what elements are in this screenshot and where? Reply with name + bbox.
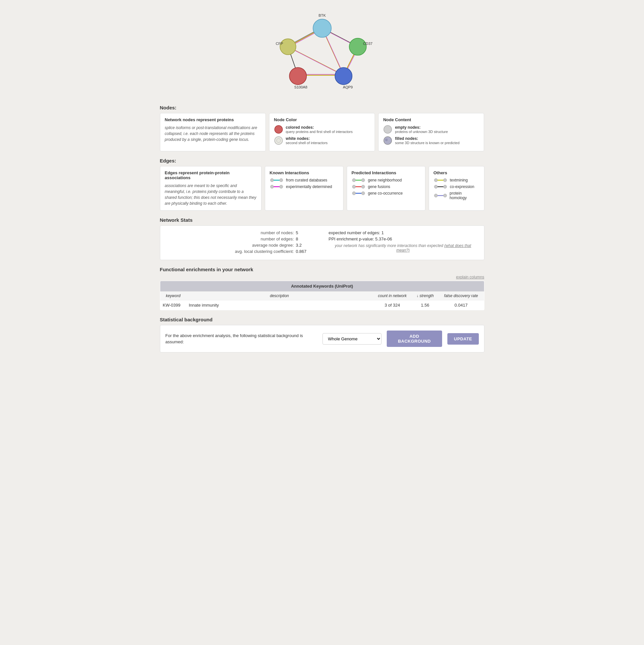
empty-node-desc: proteins of unknown 3D structure (395, 130, 448, 134)
others-textmining-icon (434, 178, 447, 183)
update-button[interactable]: UPDATE (447, 333, 479, 345)
known-experimental-row: experimentally determined (270, 184, 339, 189)
enrichments-row0-count: 3 of 324 (373, 300, 412, 310)
node-cfp[interactable] (280, 39, 296, 55)
others-coexpression-row: co-expression (434, 184, 479, 189)
stats-note: your network has significantly more inte… (329, 243, 478, 253)
node-content-row-empty: empty nodes: proteins of unknown 3D stru… (383, 125, 479, 134)
stats-col-right: expected number of edges: 1 PPI enrichme… (329, 230, 478, 255)
node-content-row-filled: filled nodes: some 3D structure is known… (383, 136, 479, 145)
enrichments-col-fdr[interactable]: false discovery rate (438, 291, 484, 300)
svg-point-29 (444, 194, 447, 197)
edges-predicted-title: Predicted Interactions (352, 170, 421, 175)
edges-known-title: Known Interactions (270, 170, 339, 175)
predicted-fusions-icon (352, 184, 365, 189)
edges-section-title: Edges: (160, 158, 484, 164)
edges-cards-row: Edges represent protein-protein associat… (160, 166, 484, 211)
edges-card-predicted: Predicted Interactions gene neighborhood (347, 166, 426, 211)
others-proteinhomology-label: protein homology (450, 191, 479, 200)
others-textmining-row: textmining (434, 178, 479, 183)
nodes-cards-row: Network nodes represent proteins splice … (160, 113, 484, 151)
label-aqp9: AQP9 (343, 85, 353, 89)
col-strength-label: ↓ strength (417, 293, 434, 298)
others-textmining-label: textmining (450, 178, 468, 183)
known-curated-line-icon (270, 178, 284, 183)
stats-ppi-label: PPI enrichment p-value: (329, 236, 374, 241)
svg-point-15 (352, 185, 356, 188)
explain-columns-link[interactable]: explain columns (456, 275, 484, 279)
stat-bg-title: Statistical background (160, 317, 484, 322)
edges-card-known: Known Interactions from curated database… (265, 166, 343, 211)
page-container: BTK CFP CD37 S100A8 AQP9 Nodes: Network … (150, 0, 494, 366)
colored-node-desc: query proteins and first shell of intera… (286, 130, 353, 134)
label-cfp: CFP (276, 42, 283, 45)
filled-node-label: filled nodes: (395, 136, 460, 141)
stats-clustering-value: 0.867 (296, 249, 316, 254)
predicted-cooccurrence-label: gene co-occurrence (368, 191, 403, 196)
svg-point-27 (434, 194, 438, 197)
node-cd37[interactable] (349, 38, 366, 55)
enrichments-col-desc[interactable]: description (186, 291, 373, 300)
network-graph-container: BTK CFP CD37 S100A8 AQP9 (160, 7, 484, 98)
col-keyword-label: keyword (166, 293, 181, 298)
predicted-fusions-row: gene fusions (352, 184, 421, 189)
others-coexpression-label: co-expression (450, 184, 475, 189)
enrichments-section-title: Functional enrichments in your network (160, 267, 484, 272)
svg-point-6 (270, 179, 274, 182)
nodes-card1-title: Network nodes represent proteins (165, 117, 261, 122)
svg-point-11 (280, 185, 283, 188)
stat-bg-select[interactable]: Whole Genome (322, 333, 381, 345)
svg-point-0 (275, 126, 283, 133)
add-background-button[interactable]: ADD BACKGROUND (387, 331, 442, 347)
others-coexpression-icon (434, 184, 447, 189)
stats-edges-label: number of edges: (261, 236, 294, 241)
node-aqp9[interactable] (335, 67, 352, 84)
label-cd37: CD37 (363, 42, 372, 45)
label-btk: BTK (319, 13, 326, 17)
col-count-label: count in network (378, 293, 407, 298)
enrichments-header: explain columns (160, 275, 484, 279)
stats-nodes-row: number of nodes: 5 (167, 230, 316, 235)
enrichments-col-keyword[interactable]: keyword (160, 291, 186, 300)
nodes-card-proteins: Network nodes represent proteins splice … (160, 113, 266, 151)
predicted-fusions-label: gene fusions (368, 184, 390, 189)
colored-node-icon (274, 125, 283, 134)
stats-expected-edges-value: 1 (381, 230, 384, 235)
enrichments-row-0[interactable]: KW-0399 Innate immunity 3 of 324 1.56 0.… (160, 300, 484, 310)
filled-node-icon (383, 136, 392, 145)
known-curated-row: from curated databases (270, 178, 339, 183)
network-graph: BTK CFP CD37 S100A8 AQP9 (257, 7, 388, 98)
edges-card-associations: Edges represent protein-protein associat… (160, 166, 262, 211)
enrichments-col-count[interactable]: count in network (373, 291, 412, 300)
others-proteinhomology-row: protein homology (434, 191, 479, 200)
node-color-row-colored: colored nodes: query proteins and first … (274, 125, 370, 134)
nodes-section-title: Nodes: (160, 105, 484, 111)
node-btk[interactable] (313, 19, 331, 37)
enrichments-row0-keyword: KW-0399 (160, 300, 186, 310)
col-fdr-label: false discovery rate (444, 293, 478, 298)
svg-point-8 (280, 179, 283, 182)
stats-nodes-label: number of nodes: (261, 230, 294, 235)
statistical-background-section: Statistical background For the above enr… (160, 317, 484, 353)
edges-others-title: Others (434, 170, 479, 175)
empty-node-label: empty nodes: (395, 125, 448, 130)
stats-ppi-value: 5.37e-06 (375, 236, 392, 241)
svg-point-20 (361, 192, 365, 195)
known-curated-label: from curated databases (286, 178, 327, 183)
svg-point-12 (352, 179, 356, 182)
predicted-cooccurrence-row: gene co-occurrence (352, 191, 421, 196)
svg-point-4 (384, 137, 391, 145)
known-experimental-label: experimentally determined (286, 184, 332, 189)
network-stats-box: number of nodes: 5 number of edges: 8 av… (160, 225, 484, 260)
svg-point-23 (444, 179, 447, 182)
empty-node-icon (383, 125, 392, 134)
enrichments-col-strength[interactable]: ↓ strength (412, 291, 438, 300)
stats-degree-value: 3.2 (296, 243, 316, 248)
nodes-card2-title: Node Color (274, 117, 370, 122)
filled-node-desc: some 3D structure is known or predicted (395, 141, 460, 145)
white-node-label: white nodes: (286, 136, 328, 141)
svg-point-18 (352, 192, 356, 195)
node-s100a8[interactable] (289, 67, 306, 84)
stats-clustering-label: avg. local clustering coefficient: (235, 249, 294, 254)
enrichments-row0-desc: Innate immunity (186, 300, 373, 310)
